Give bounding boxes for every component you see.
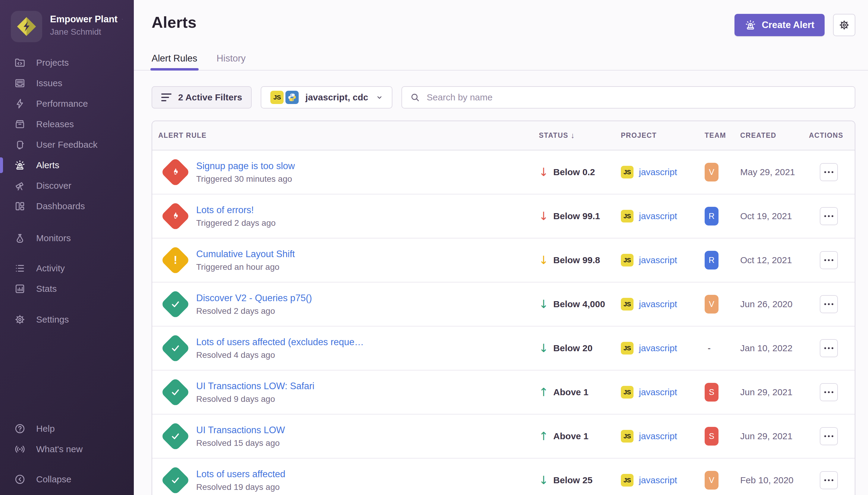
javascript-project-icon: JS [621, 386, 633, 398]
row-actions-button[interactable] [820, 163, 838, 181]
status-value: Below 20 [553, 343, 592, 353]
active-filters-button[interactable]: 2 Active Filters [152, 86, 251, 108]
sidebar-item-projects[interactable]: Projects [0, 52, 134, 73]
alert-resolved-icon [161, 289, 190, 319]
sidebar-item-stats[interactable]: Stats [0, 278, 134, 299]
sidebar-item-discover[interactable]: Discover [0, 175, 134, 196]
row-actions-button[interactable] [820, 383, 838, 401]
column-header-created: CREATED [740, 132, 809, 140]
row-actions-button[interactable] [820, 207, 838, 225]
project-link[interactable]: javascript [639, 299, 677, 309]
search-box [401, 86, 855, 108]
alert-rule-subtitle: Resolved 19 days ago [196, 482, 285, 492]
sidebar-item-issues[interactable]: Issues [0, 73, 134, 93]
team-cell: R [705, 207, 740, 225]
team-avatar: R [705, 207, 718, 225]
content: 2 Active Filters JS javascript, cdc [134, 70, 868, 495]
team-cell: V [705, 163, 740, 182]
alert-resolved-icon [161, 422, 190, 451]
created-date: Jun 29, 2021 [740, 387, 809, 397]
issues-icon [14, 77, 26, 89]
table-row: Lots of errors! Triggered 2 days ago ↓ B… [152, 194, 855, 238]
column-header-status[interactable]: STATUS↓ [539, 131, 621, 140]
sidebar-item-dashboards[interactable]: Dashboards [0, 196, 134, 217]
project-link[interactable]: javascript [639, 387, 677, 397]
monitors-icon [14, 232, 26, 244]
status-down-arrow-icon: ↓ [539, 254, 549, 266]
project-link[interactable]: javascript [639, 167, 677, 177]
sidebar-nav: Projects Issues Performance Releases Use… [0, 52, 134, 330]
search-input[interactable] [426, 92, 847, 103]
sidebar-item-user-feedback[interactable]: User Feedback [0, 134, 134, 155]
team-avatar: S [705, 427, 718, 446]
alert-rule-title-link[interactable]: Signup page is too slow [196, 161, 295, 172]
project-link[interactable]: javascript [639, 343, 677, 353]
row-actions-button[interactable] [820, 427, 838, 445]
org-switcher[interactable]: Empower Plant Jane Schmidt [0, 11, 134, 42]
table-row: Lots of users affected Resolved 19 days … [152, 459, 855, 495]
project-link[interactable]: javascript [639, 211, 677, 221]
row-actions-button[interactable] [820, 339, 838, 357]
project-selector[interactable]: JS javascript, cdc [261, 86, 392, 108]
created-date: Feb 10, 2020 [740, 475, 809, 485]
stats-icon [14, 283, 26, 295]
alert-settings-button[interactable] [833, 14, 855, 36]
status-down-arrow-icon: ↓ [539, 342, 549, 354]
status-value: Above 1 [553, 431, 589, 441]
tab-alert-rules[interactable]: Alert Rules [152, 53, 197, 70]
main-area: Alerts Create Alert Alert Rules History … [134, 0, 868, 495]
alert-rule-title-link[interactable]: UI Transactions LOW: Safari [196, 381, 314, 392]
tab-history[interactable]: History [217, 53, 246, 70]
created-date: Jun 26, 2020 [740, 299, 809, 309]
app-root: Empower Plant Jane Schmidt Projects Issu… [0, 0, 868, 495]
create-alert-button[interactable]: Create Alert [734, 14, 824, 36]
dashboards-icon [14, 200, 26, 212]
alert-rule-subtitle: Resolved 2 days ago [196, 306, 312, 316]
table-row: ! Cumulative Layout Shift Triggered an h… [152, 238, 855, 283]
javascript-project-icon: JS [621, 342, 633, 355]
sidebar-item-monitors[interactable]: Monitors [0, 228, 134, 249]
alert-rules-table: ALERT RULE STATUS↓ PROJECT TEAM CREATED … [152, 121, 855, 495]
project-link[interactable]: javascript [639, 431, 677, 441]
sidebar-item-alerts[interactable]: Alerts [0, 155, 134, 175]
team-avatar: V [705, 471, 718, 490]
chevron-down-icon [122, 16, 123, 23]
javascript-project-icon: JS [621, 298, 633, 310]
project-link[interactable]: javascript [639, 255, 677, 265]
page-header: Alerts Create Alert [134, 0, 868, 36]
sidebar-item-what-s-new[interactable]: What's new [0, 439, 134, 459]
sidebar-item-performance[interactable]: Performance [0, 93, 134, 114]
table-row: Lots of users affected (excludes reque… … [152, 326, 855, 371]
row-actions-button[interactable] [820, 251, 838, 269]
status-down-arrow-icon: ↓ [539, 298, 549, 310]
alert-rule-title-link[interactable]: Lots of users affected (excludes reque… [196, 337, 364, 347]
org-logo-icon [15, 15, 39, 39]
help-icon [14, 423, 26, 435]
python-project-icon [285, 91, 299, 104]
team-cell: V [705, 295, 740, 313]
collapse-icon [14, 473, 26, 485]
alert-rule-title-link[interactable]: Discover V2 - Queries p75() [196, 293, 312, 304]
tabs: Alert Rules History [134, 53, 868, 70]
alert-rule-title-link[interactable]: UI Transactions LOW [196, 425, 285, 436]
sidebar-item-settings[interactable]: Settings [0, 309, 134, 330]
alert-rule-title-link[interactable]: Lots of errors! [196, 205, 276, 216]
alert-rule-title-link[interactable]: Lots of users affected [196, 469, 285, 480]
project-link[interactable]: javascript [639, 475, 677, 485]
team-avatar: V [705, 163, 718, 182]
alert-critical-icon [161, 157, 190, 187]
column-header-team: TEAM [705, 132, 740, 140]
team-cell: R [705, 251, 740, 270]
row-actions-button[interactable] [820, 471, 838, 489]
row-actions-button[interactable] [820, 295, 838, 313]
sidebar-item-collapse[interactable]: Collapse [0, 469, 134, 490]
sidebar-item-activity[interactable]: Activity [0, 258, 134, 278]
org-user-name: Jane Schmidt [50, 27, 123, 37]
activity-icon [14, 262, 26, 274]
status-value: Below 25 [553, 475, 592, 485]
sidebar-item-releases[interactable]: Releases [0, 114, 134, 134]
alert-rule-title-link[interactable]: Cumulative Layout Shift [196, 249, 295, 259]
alert-rule-subtitle: Resolved 15 days ago [196, 438, 285, 448]
status-down-arrow-icon: ↓ [539, 210, 549, 222]
sidebar-item-help[interactable]: Help [0, 419, 134, 439]
